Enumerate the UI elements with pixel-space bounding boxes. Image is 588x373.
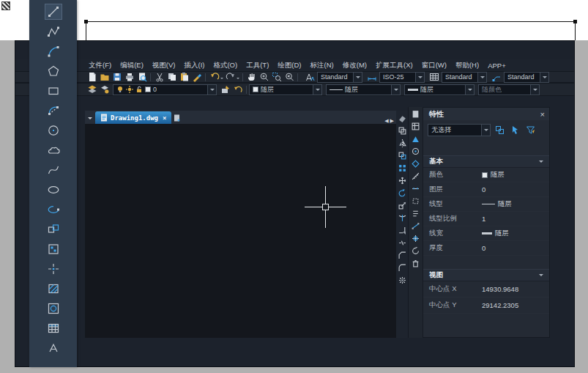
mtext-tool-icon[interactable] xyxy=(45,340,62,356)
close-icon[interactable]: × xyxy=(540,110,545,119)
menu-dimension[interactable]: 标注(N) xyxy=(308,60,337,71)
array-icon[interactable] xyxy=(398,163,407,173)
plot-icon[interactable] xyxy=(123,72,135,82)
rectangle-tool-icon[interactable] xyxy=(45,83,62,99)
arc-tool-icon[interactable] xyxy=(45,43,62,59)
menu-file[interactable]: 文件(F) xyxy=(86,60,114,71)
undo-dropdown-icon[interactable] xyxy=(220,78,223,81)
break-icon[interactable] xyxy=(398,238,407,248)
arc-segment-tool-icon[interactable] xyxy=(45,103,62,119)
measure-icon[interactable] xyxy=(411,171,420,181)
color-combo[interactable]: 随层 xyxy=(249,84,322,95)
distance-icon[interactable] xyxy=(411,221,420,231)
explode-icon[interactable] xyxy=(398,276,407,285)
save-icon[interactable] xyxy=(111,72,123,82)
undo-icon[interactable] xyxy=(208,72,220,82)
erase-icon[interactable] xyxy=(398,114,407,123)
trim-icon[interactable] xyxy=(398,213,407,223)
ellipse-tool-icon[interactable] xyxy=(45,182,62,198)
redo-dropdown-icon[interactable] xyxy=(237,78,239,81)
area-icon[interactable] xyxy=(411,196,420,206)
property-value-center-x[interactable]: 14930.9648 xyxy=(480,285,549,293)
tab-scroll-right-icon[interactable]: ▶ xyxy=(390,118,394,124)
menu-draw[interactable]: 绘图(D) xyxy=(275,60,304,71)
spline-tool-icon[interactable] xyxy=(45,162,62,178)
table-tool-icon[interactable] xyxy=(45,320,62,336)
boundary-icon[interactable] xyxy=(411,122,420,131)
make-block-tool-icon[interactable] xyxy=(45,241,62,257)
table-style-icon[interactable] xyxy=(428,72,440,82)
property-value-lineweight[interactable]: 随层 xyxy=(480,229,549,238)
model-canvas[interactable] xyxy=(85,124,396,338)
polyline-tool-icon[interactable] xyxy=(45,23,62,40)
copy-icon[interactable] xyxy=(398,126,407,136)
paste-icon[interactable] xyxy=(178,72,190,82)
rotate-icon[interactable] xyxy=(398,188,407,198)
pickadd-toggle-icon[interactable] xyxy=(494,124,506,136)
menu-help[interactable]: 帮助(H) xyxy=(453,60,482,71)
zoom-window-icon[interactable] xyxy=(270,72,283,82)
text-style-combo[interactable]: Standard xyxy=(317,72,362,83)
menu-tools[interactable]: 工具(T) xyxy=(243,60,272,71)
open-file-icon[interactable] xyxy=(98,72,111,82)
property-value-color[interactable]: 随层 xyxy=(480,170,549,180)
new-file-icon[interactable] xyxy=(86,72,98,82)
extend-icon[interactable] xyxy=(398,226,407,235)
multiple-points-tool-icon[interactable] xyxy=(45,261,62,277)
pan-icon[interactable] xyxy=(245,72,258,82)
purge-icon[interactable] xyxy=(411,259,420,268)
make-object-layer-current-icon[interactable] xyxy=(219,84,231,95)
layer-combo[interactable]: 0 xyxy=(113,84,217,95)
section-view[interactable]: 视图 xyxy=(423,269,549,281)
chamfer-icon[interactable] xyxy=(398,251,407,260)
layer-states-icon[interactable] xyxy=(98,84,111,95)
zoom-realtime-icon[interactable] xyxy=(258,72,270,82)
regen-icon[interactable] xyxy=(411,246,420,256)
insert-block-tool-icon[interactable] xyxy=(45,221,62,237)
lineweight-combo[interactable]: 随层 xyxy=(404,84,475,95)
drawing-tab[interactable]: Drawing1.dwg × xyxy=(95,111,171,124)
menu-app-plus[interactable]: APP+ xyxy=(485,61,509,70)
mleader-style-combo[interactable]: Standard xyxy=(504,72,549,83)
region-tool-icon[interactable] xyxy=(45,300,62,317)
property-value-layer[interactable]: 0 xyxy=(480,185,549,193)
mleader-style-icon[interactable] xyxy=(490,72,502,82)
match-properties-icon[interactable] xyxy=(190,72,203,82)
property-value-thickness[interactable]: 0 xyxy=(480,244,549,252)
layer-properties-icon[interactable] xyxy=(86,84,98,95)
new-drawing-tab-icon[interactable] xyxy=(171,112,183,124)
menu-edit[interactable]: 编辑(E) xyxy=(117,60,146,71)
offset-icon[interactable] xyxy=(398,151,407,160)
menu-express-tools[interactable]: 扩展工具(X) xyxy=(373,60,416,71)
menu-modify[interactable]: 修改(M) xyxy=(340,60,370,71)
mirror-icon[interactable] xyxy=(398,139,407,148)
ellipse-arc-tool-icon[interactable] xyxy=(45,202,62,218)
table-style-combo[interactable]: Standard xyxy=(442,72,487,83)
scale-icon[interactable] xyxy=(398,201,407,210)
menu-insert[interactable]: 插入(I) xyxy=(181,60,207,71)
cut-icon[interactable] xyxy=(153,72,165,82)
plot-preview-icon[interactable] xyxy=(135,72,148,82)
line-tool-icon[interactable] xyxy=(45,4,62,20)
move-icon[interactable] xyxy=(398,176,407,185)
rotate-view-icon[interactable] xyxy=(411,147,420,156)
point-id-icon[interactable] xyxy=(411,234,420,243)
copy-icon[interactable] xyxy=(165,72,178,82)
dim-style-combo[interactable]: ISO-25 xyxy=(379,72,425,83)
list-icon[interactable] xyxy=(411,209,420,218)
circle-tool-icon[interactable] xyxy=(45,122,62,139)
property-value-linetype-scale[interactable]: 1 xyxy=(480,215,549,223)
dim-style-icon[interactable] xyxy=(365,72,378,82)
text-style-icon[interactable] xyxy=(303,72,316,82)
section-basic[interactable]: 基本 xyxy=(423,155,549,168)
selection-combo[interactable]: 无选择 xyxy=(428,124,491,136)
polygon-tool-icon[interactable] xyxy=(45,63,62,79)
select-objects-icon[interactable] xyxy=(509,124,521,136)
menu-window[interactable]: 窗口(W) xyxy=(419,60,450,71)
divide-icon[interactable] xyxy=(411,184,420,193)
tab-close-icon[interactable]: × xyxy=(163,114,166,122)
property-value-center-y[interactable]: 29142.2305 xyxy=(480,301,549,309)
layer-previous-icon[interactable] xyxy=(231,84,244,95)
draw-order-front-icon[interactable] xyxy=(411,134,420,144)
group-icon[interactable] xyxy=(411,159,420,169)
